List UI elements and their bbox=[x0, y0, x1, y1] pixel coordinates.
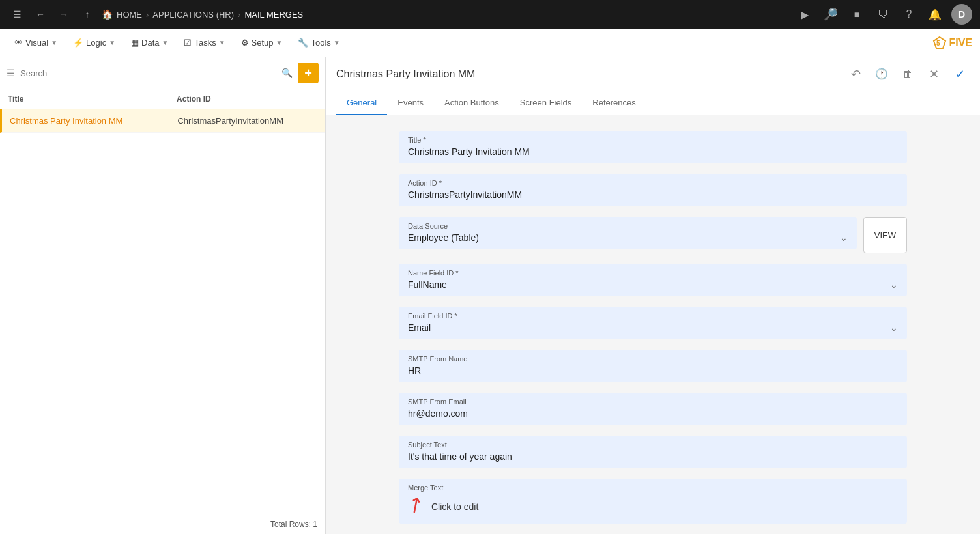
title-value[interactable]: Christmas Party Invitation MM bbox=[408, 147, 898, 157]
forward-icon[interactable]: → bbox=[55, 5, 73, 23]
smtp-from-name-label: SMTP From Name bbox=[408, 355, 898, 363]
content-header: Christmas Party Invitation MM ↶ 🕐 🗑 ✕ ✓ bbox=[326, 57, 980, 91]
data-menu[interactable]: ▦ Data ▼ bbox=[124, 34, 175, 51]
back-icon[interactable]: ← bbox=[31, 5, 50, 23]
subject-text-label: Subject Text bbox=[408, 441, 898, 449]
form-area: Title * Christmas Party Invitation MM Ac… bbox=[326, 115, 980, 534]
data-caret: ▼ bbox=[162, 39, 169, 46]
visual-menu[interactable]: 👁 Visual ▼ bbox=[8, 34, 64, 51]
top-nav-right: ▶ 🔎 ■ 🗨 ? 🔔 D bbox=[795, 4, 972, 25]
email-field-id-label: Email Field ID * bbox=[408, 312, 898, 320]
row-title: Christmas Party Invitation MM bbox=[10, 116, 177, 126]
name-field-id-field: Name Field ID * FullName ⌄ bbox=[399, 264, 907, 296]
search-circle-icon[interactable]: 🔎 bbox=[821, 5, 841, 24]
chat-icon[interactable]: 🗨 bbox=[873, 5, 893, 24]
tab-screen-fields[interactable]: Screen Fields bbox=[510, 91, 582, 115]
data-source-field: Data Source Employee (Table) ⌄ bbox=[399, 217, 857, 249]
form-inner: Title * Christmas Party Invitation MM Ac… bbox=[399, 131, 907, 518]
data-source-dropdown-row: Employee (Table) ⌄ bbox=[408, 232, 848, 243]
email-field-id-value[interactable]: Email bbox=[408, 322, 890, 333]
sidebar-header: Title Action ID bbox=[0, 89, 325, 109]
data-source-label: Data Source bbox=[408, 222, 848, 230]
tab-general[interactable]: General bbox=[336, 91, 387, 115]
smtp-from-name-value[interactable]: HR bbox=[408, 365, 898, 376]
breadcrumb: 🏠 HOME › APPLICATIONS (HR) › MAIL MERGES bbox=[102, 9, 303, 20]
smtp-from-email-label: SMTP From Email bbox=[408, 398, 898, 406]
view-button[interactable]: VIEW bbox=[863, 217, 907, 253]
action-id-field: Action ID * ChristmasPartyInvitationMM bbox=[399, 174, 907, 206]
subject-text-value[interactable]: It's that time of year again bbox=[408, 451, 898, 462]
data-source-row: Data Source Employee (Table) ⌄ VIEW bbox=[399, 217, 907, 253]
data-source-chevron-icon[interactable]: ⌄ bbox=[840, 232, 848, 243]
name-field-id-label: Name Field ID * bbox=[408, 269, 898, 277]
tasks-caret: ▼ bbox=[219, 39, 225, 46]
help-icon[interactable]: ? bbox=[899, 5, 919, 24]
tasks-icon: ☑ bbox=[184, 38, 192, 48]
add-button[interactable]: + bbox=[298, 63, 319, 83]
filter-icon: ☰ bbox=[7, 68, 15, 78]
logic-caret: ▼ bbox=[109, 39, 115, 46]
list-item[interactable]: Christmas Party Invitation MM ChristmasP… bbox=[0, 109, 325, 133]
delete-icon[interactable]: 🗑 bbox=[898, 64, 917, 84]
action-id-value[interactable]: ChristmasPartyInvitationMM bbox=[408, 190, 898, 200]
merge-text-label: Merge Text bbox=[408, 484, 898, 492]
breadcrumb-current[interactable]: MAIL MERGES bbox=[244, 10, 303, 20]
data-source-value[interactable]: Employee (Table) bbox=[408, 232, 840, 243]
play-icon[interactable]: ▶ bbox=[795, 5, 814, 24]
home-icon: 🏠 bbox=[102, 9, 113, 20]
avatar[interactable]: D bbox=[951, 4, 972, 25]
breadcrumb-home[interactable]: HOME bbox=[117, 10, 142, 20]
search-icon[interactable]: 🔍 bbox=[281, 68, 293, 78]
visual-icon: 👁 bbox=[14, 38, 23, 48]
email-field-dropdown-row: Email ⌄ bbox=[408, 322, 898, 333]
sidebar-list: Christmas Party Invitation MM ChristmasP… bbox=[0, 109, 325, 514]
header-title-col: Title bbox=[8, 94, 177, 104]
bell-icon[interactable]: 🔔 bbox=[925, 5, 945, 24]
name-field-dropdown-row: FullName ⌄ bbox=[408, 279, 898, 290]
history-icon[interactable]: 🕐 bbox=[872, 64, 891, 84]
tools-menu[interactable]: 🔧 Tools ▼ bbox=[291, 34, 346, 51]
row-action-id: ChristmasPartyInvitationMM bbox=[177, 116, 317, 126]
breadcrumb-apps[interactable]: APPLICATIONS (HR) bbox=[152, 10, 234, 20]
sidebar-search-bar: ☰ 🔍 + bbox=[0, 57, 325, 89]
close-icon[interactable]: ✕ bbox=[924, 64, 944, 84]
tab-references[interactable]: References bbox=[582, 91, 646, 115]
tasks-menu[interactable]: ☑ Tasks ▼ bbox=[177, 34, 231, 51]
name-field-chevron-icon[interactable]: ⌄ bbox=[890, 279, 898, 290]
main-layout: ☰ 🔍 + Title Action ID Christmas Party In… bbox=[0, 57, 980, 534]
menu-icon[interactable]: ☰ bbox=[8, 5, 26, 23]
top-nav: ☰ ← → ↑ 🏠 HOME › APPLICATIONS (HR) › MAI… bbox=[0, 0, 980, 29]
sidebar: ☰ 🔍 + Title Action ID Christmas Party In… bbox=[0, 57, 326, 534]
content-area: Christmas Party Invitation MM ↶ 🕐 🗑 ✕ ✓ … bbox=[326, 57, 980, 534]
setup-menu[interactable]: ⚙ Setup ▼ bbox=[235, 34, 289, 51]
title-field: Title * Christmas Party Invitation MM bbox=[399, 131, 907, 163]
email-field-chevron-icon[interactable]: ⌄ bbox=[890, 322, 898, 333]
svg-text:5: 5 bbox=[936, 40, 940, 47]
up-icon[interactable]: ↑ bbox=[78, 5, 96, 23]
email-field-id-field: Email Field ID * Email ⌄ bbox=[399, 307, 907, 339]
sidebar-footer: Total Rows: 1 bbox=[0, 514, 325, 534]
merge-text-click-area[interactable]: Click to edit bbox=[408, 496, 898, 517]
undo-icon[interactable]: ↶ bbox=[846, 64, 865, 84]
merge-text-value[interactable]: Click to edit bbox=[431, 501, 478, 512]
smtp-from-email-value[interactable]: hr@demo.com bbox=[408, 408, 898, 419]
title-label: Title * bbox=[408, 136, 898, 144]
logic-menu[interactable]: ⚡ Logic ▼ bbox=[66, 34, 122, 51]
setup-caret: ▼ bbox=[276, 39, 283, 46]
secondary-toolbar: 👁 Visual ▼ ⚡ Logic ▼ ▦ Data ▼ ☑ Tasks ▼ … bbox=[0, 29, 980, 57]
search-input[interactable] bbox=[20, 68, 276, 78]
smtp-from-email-field: SMTP From Email hr@demo.com bbox=[399, 393, 907, 425]
stop-icon[interactable]: ■ bbox=[847, 5, 867, 24]
five-logo: 5 FIVE bbox=[932, 36, 972, 50]
save-icon[interactable]: ✓ bbox=[950, 64, 970, 84]
logic-icon: ⚡ bbox=[73, 38, 83, 48]
name-field-id-value[interactable]: FullName bbox=[408, 279, 890, 290]
tab-events[interactable]: Events bbox=[387, 91, 434, 115]
smtp-from-name-field: SMTP From Name HR bbox=[399, 350, 907, 382]
tab-action-buttons[interactable]: Action Buttons bbox=[434, 91, 510, 115]
tabs-bar: General Events Action Buttons Screen Fie… bbox=[326, 91, 980, 115]
tools-icon: 🔧 bbox=[298, 38, 308, 48]
data-icon: ▦ bbox=[131, 38, 139, 48]
header-actionid-col: Action ID bbox=[177, 94, 317, 104]
page-title: Christmas Party Invitation MM bbox=[336, 68, 846, 80]
